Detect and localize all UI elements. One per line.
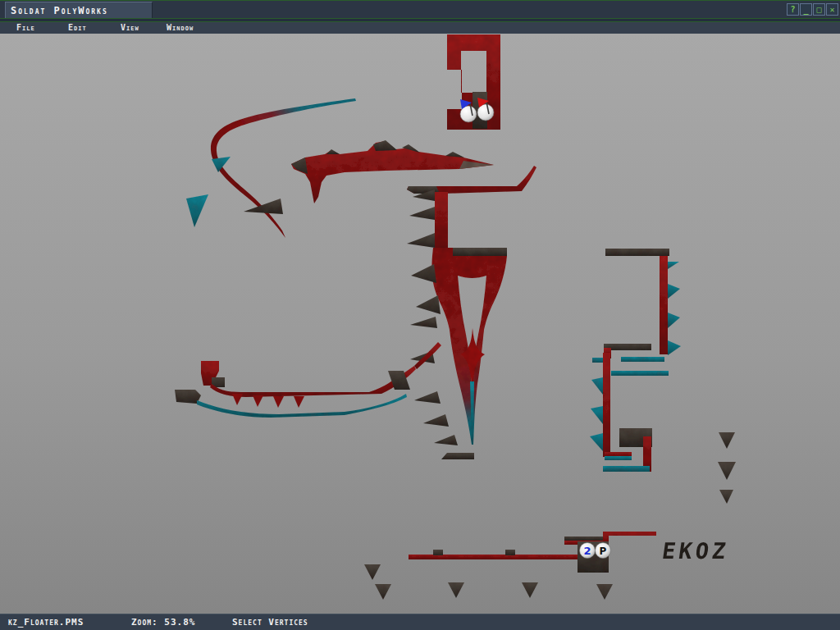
map-polygon-rcolumn[interactable] [660, 256, 668, 354]
minimize-button[interactable]: _ [800, 3, 812, 16]
map-polygon-rubble[interactable] [596, 584, 613, 600]
map-polygon-rail-dark[interactable] [564, 536, 605, 541]
map-polygon-plat-spike[interactable] [232, 394, 243, 405]
map-canvas[interactable]: 2 P EKOZ [0, 34, 840, 614]
map-polygon-teal-step[interactable] [591, 406, 603, 424]
map-polygon-peak[interactable] [326, 149, 340, 154]
menu-item-edit[interactable]: Edit [68, 22, 87, 34]
map-polygon-spike[interactable] [407, 233, 435, 248]
map-polygon-teal-step[interactable] [668, 313, 680, 328]
map-polygon-peak[interactable] [373, 140, 397, 151]
map-polygon-spike[interactable] [411, 264, 436, 283]
map-polygon-spike[interactable] [423, 414, 449, 427]
map-markers: 2 P EKOZ [460, 98, 731, 564]
spawn-p-marker[interactable]: P [596, 543, 611, 559]
map-polygon-teal-line[interactable] [605, 456, 632, 460]
map-polygon-rubble[interactable] [718, 462, 736, 480]
map-polygon-rbar-top[interactable] [605, 249, 669, 256]
map-polygon-teal-step[interactable] [590, 433, 603, 451]
status-bar: kz_Floater.PMS Zoom: 53.8% Select Vertic… [0, 614, 840, 630]
menu-item-view[interactable]: View [121, 22, 139, 34]
map-polygon-rubble[interactable] [364, 564, 381, 580]
map-polygon-rubble[interactable] [448, 582, 464, 598]
spawn-2-label: 2 [583, 545, 591, 557]
status-mode: Select Vertices [232, 614, 308, 630]
map-polygon-hourglass-shadow[interactable] [453, 248, 507, 256]
title-panel: Soldat PolyWorks [5, 2, 153, 19]
map-polygon-column[interactable] [435, 192, 448, 249]
map-polygon-rubble[interactable] [522, 582, 538, 598]
scenery-text-ekoz[interactable]: EKOZ [660, 538, 730, 564]
map-polygon-rail-bump[interactable] [505, 550, 515, 555]
menu-item-window[interactable]: Window [167, 22, 194, 34]
window-controls: ? _ □ ✕ [787, 3, 838, 16]
map-polygon-rail-step[interactable] [603, 532, 656, 545]
map-polygon-rubble[interactable] [719, 432, 735, 449]
menu-item-file[interactable]: File [16, 22, 35, 34]
map-polygon-rcolumn2[interactable] [603, 353, 610, 457]
map-polygon-step[interactable] [441, 453, 474, 459]
close-button[interactable]: ✕ [826, 3, 838, 16]
map-polygon-spike[interactable] [434, 435, 458, 445]
map-polygon-teal-step[interactable] [668, 262, 679, 269]
map-polygon-rail-bump[interactable] [433, 550, 443, 555]
map-polygon-spike[interactable] [410, 317, 437, 328]
map-polygon-spike[interactable] [414, 391, 441, 404]
map-polygon-dark-spike[interactable] [244, 199, 283, 214]
map-polygon-rubble[interactable] [719, 490, 733, 504]
window-title: Soldat PolyWorks [11, 5, 108, 16]
map-polygon-spike[interactable] [409, 207, 435, 220]
map-polygon-plat-spike[interactable] [294, 396, 304, 408]
map-polygon-rubble[interactable] [375, 584, 391, 600]
menu-bar: File Edit View Window [0, 22, 840, 34]
status-filename: kz_Floater.PMS [8, 614, 84, 630]
map-polygon-plat-spike[interactable] [273, 396, 284, 408]
map-polygon-terrain[interactable] [291, 141, 494, 203]
map-polygon-teal-line[interactable] [592, 358, 603, 363]
spawn-p-label: P [600, 546, 607, 557]
map-polygon-plat-spike[interactable] [253, 395, 263, 407]
help-button[interactable]: ? [787, 3, 799, 16]
map-polygon-teal-line[interactable] [603, 466, 650, 472]
map-polygon-teal-line[interactable] [621, 357, 664, 362]
map-polygon-teal-shard[interactable] [186, 194, 208, 227]
status-zoom: Zoom: 53.8% [131, 614, 195, 630]
polyworks-window: Soldat PolyWorks ? _ □ ✕ File Edit View … [0, 0, 840, 630]
map-polygon-plat-red[interactable] [210, 366, 416, 397]
map-polygon-teal-step[interactable] [668, 284, 680, 299]
map-polygon-teal-step[interactable] [668, 340, 681, 355]
map-polygon-spike[interactable] [416, 295, 441, 314]
titlebar: Soldat PolyWorks ? _ □ ✕ [0, 0, 840, 18]
map-polygons[interactable] [175, 34, 736, 600]
maximize-button[interactable]: □ [813, 3, 825, 16]
spawn-2-marker[interactable]: 2 [580, 543, 596, 559]
map-polygon-teal-line[interactable] [611, 371, 669, 376]
map-polygon-plat-rise[interactable] [414, 342, 441, 369]
map-polygon-teal-step[interactable] [591, 377, 603, 395]
